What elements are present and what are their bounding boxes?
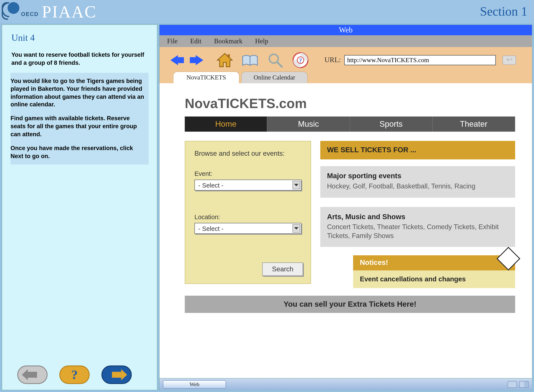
- browse-heading: Browse and select our events:: [194, 150, 303, 157]
- arrow-left-icon: [170, 55, 178, 65]
- branding: OECD PIAAC: [2, 1, 97, 21]
- menu-help[interactable]: Help: [255, 37, 268, 45]
- home-icon: [216, 51, 234, 69]
- arrow-right-icon: [112, 372, 121, 378]
- bookmark-button[interactable]: [240, 51, 260, 70]
- arts-box: Arts, Music and Shows Concert Tickets, T…: [320, 207, 515, 247]
- browser-back-button[interactable]: [165, 51, 184, 70]
- go-button[interactable]: [502, 56, 516, 65]
- tab-online-calendar[interactable]: Online Calendar: [241, 71, 308, 83]
- instruction-p3: Once you have made the reservations, cli…: [11, 144, 145, 160]
- svg-rect-1: [228, 54, 230, 58]
- window-layout-icon[interactable]: [508, 381, 517, 387]
- intro-text: You want to reserve football tickets for…: [11, 51, 148, 67]
- instruction-p2: Find games with available tickets. Reser…: [11, 115, 145, 138]
- location-select-value: - Select -: [198, 225, 224, 232]
- sporting-title: Major sporting events: [327, 172, 508, 180]
- menu-bookmark[interactable]: Bookmark: [214, 37, 242, 45]
- search-button[interactable]: Search: [262, 262, 303, 276]
- arrow-right-icon: [196, 55, 203, 65]
- next-button[interactable]: [101, 366, 132, 384]
- app-header: OECD PIAAC Section 1: [0, 0, 534, 23]
- site-nav: Home Music Sports Theater: [185, 117, 515, 132]
- event-select[interactable]: - Select -: [194, 180, 301, 190]
- info-column: WE SELL TICKETS FOR ... Major sporting e…: [320, 141, 515, 288]
- alert-icon: !: [496, 247, 520, 271]
- taskbar-web-button[interactable]: Web: [163, 380, 226, 388]
- tab-novatickets[interactable]: NovaTICKETS: [173, 71, 240, 83]
- unit-title: Unit 4: [11, 33, 148, 43]
- search-icon: [266, 51, 284, 69]
- notices-title: Notices!: [360, 259, 388, 267]
- toolbar: ? URL: NovaTICKETS Online Calendar: [160, 47, 532, 83]
- search-button[interactable]: [265, 51, 285, 70]
- window-split-icon[interactable]: [519, 381, 529, 387]
- nav-theater[interactable]: Theater: [433, 117, 515, 132]
- url-input[interactable]: [344, 55, 496, 65]
- site-title: NovaTICKETS.com: [185, 96, 515, 112]
- browser-tabs: NovaTICKETS Online Calendar: [165, 71, 527, 83]
- chevron-down-icon: [293, 224, 300, 233]
- notices-subtitle[interactable]: Event cancellations and changes: [353, 271, 515, 288]
- sporting-events-box: Major sporting events Hockey, Golf, Foot…: [320, 166, 515, 197]
- taskbar: Web: [160, 378, 532, 390]
- notices-title-bar[interactable]: Notices! !: [353, 256, 515, 271]
- taskbar-icons: [508, 381, 529, 387]
- svg-line-4: [277, 62, 282, 67]
- section-label: Section 1: [480, 4, 527, 19]
- menu-bar: File Edit Bookmark Help: [160, 35, 532, 47]
- nav-button-row: ?: [2, 361, 157, 390]
- nav-sports[interactable]: Sports: [350, 117, 433, 132]
- home-button[interactable]: [215, 51, 234, 70]
- nav-music[interactable]: Music: [267, 117, 350, 132]
- help-button[interactable]: ?: [59, 366, 90, 384]
- page-body: NovaTICKETS.com Home Music Sports Theate…: [160, 83, 532, 390]
- arts-title: Arts, Music and Shows: [327, 213, 508, 221]
- oecd-logo: [2, 4, 19, 19]
- url-area: URL:: [324, 55, 516, 65]
- instruction-p1: You would like to go to the Tigers games…: [11, 77, 145, 109]
- svg-text:?: ?: [299, 57, 302, 64]
- piaac-text: PIAAC: [42, 1, 97, 21]
- instruction-panel: Unit 4 You want to reserve football tick…: [2, 24, 158, 391]
- browser-forward-button[interactable]: [190, 51, 209, 70]
- window-title: Web: [160, 25, 532, 36]
- url-label: URL:: [324, 56, 341, 64]
- sporting-text: Hockey, Golf, Football, Basketball, Tenn…: [327, 182, 508, 191]
- question-icon: ?: [71, 368, 78, 382]
- event-label: Event:: [194, 170, 303, 177]
- extra-tickets-bar[interactable]: You can sell your Extra Tickets Here!: [185, 296, 515, 313]
- chevron-down-icon: [293, 181, 300, 189]
- oecd-text: OECD: [21, 11, 38, 17]
- arrow-left-icon: [28, 372, 37, 378]
- notices-block: Notices! ! Event cancellations and chang…: [353, 256, 515, 288]
- browse-box: Browse and select our events: Event: - S…: [185, 141, 311, 284]
- back-button[interactable]: [17, 366, 48, 384]
- menu-edit[interactable]: Edit: [190, 37, 202, 45]
- book-icon: [241, 51, 259, 69]
- lifebuoy-icon: ?: [292, 51, 309, 69]
- nav-home[interactable]: Home: [185, 117, 267, 132]
- instruction-box: You would like to go to the Tigers games…: [11, 73, 149, 164]
- toolbar-help-button[interactable]: ?: [291, 51, 310, 70]
- sell-header: WE SELL TICKETS FOR ...: [320, 141, 515, 159]
- event-select-value: - Select -: [198, 182, 224, 189]
- arts-text: Concert Tickets, Theater Tickets, Comedy…: [327, 223, 508, 240]
- location-label: Location:: [194, 213, 303, 220]
- browser-panel: Web File Edit Bookmark Help: [159, 24, 533, 391]
- location-select[interactable]: - Select -: [194, 223, 301, 234]
- menu-file[interactable]: File: [167, 37, 178, 45]
